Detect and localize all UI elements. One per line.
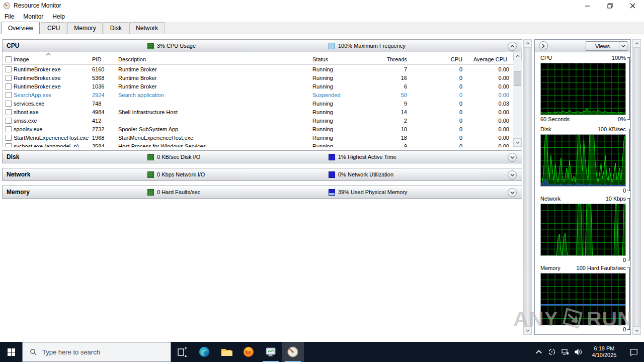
search-placeholder: Type here to search — [42, 348, 100, 356]
network-expand-button[interactable] — [508, 170, 517, 179]
table-row[interactable]: RuntimeBroker.exe 6160 Runtime Broker Ru… — [3, 65, 513, 73]
column-header-pid[interactable]: PID — [92, 56, 118, 64]
disk-section-title: Disk — [7, 153, 19, 160]
row-checkbox[interactable] — [6, 143, 12, 147]
cpu-section-header[interactable]: CPU 3% CPU Usage 100% Maximum Frequency — [2, 39, 522, 52]
table-row[interactable]: StartMenuExperienceHost.exe 1968 StartMe… — [3, 133, 513, 142]
row-pid: 748 — [92, 101, 118, 107]
row-image: svchost.exe (appmodel -p) — [14, 143, 92, 147]
tab-network[interactable]: Network — [129, 22, 165, 34]
taskbar-search-input[interactable]: Type here to search — [22, 342, 171, 362]
scroll-down-button[interactable] — [513, 138, 522, 147]
task-view-button[interactable] — [171, 342, 193, 362]
cpu-collapse-button[interactable] — [508, 42, 517, 51]
row-checkbox[interactable] — [6, 109, 12, 115]
sidebar-collapse-button[interactable] — [539, 41, 548, 50]
row-checkbox[interactable] — [6, 66, 12, 72]
views-button[interactable]: Views — [586, 41, 619, 51]
scrollbar-thumb[interactable] — [514, 71, 521, 86]
chevron-up-icon — [535, 348, 543, 356]
scroll-down-button[interactable] — [632, 326, 641, 335]
row-checkbox[interactable] — [6, 83, 12, 89]
disk-io-graph — [540, 134, 626, 187]
row-description: Runtime Broker — [118, 75, 312, 81]
taskbar-clock[interactable]: 6:19 PM 4/10/2025 — [588, 345, 621, 358]
task-view-icon — [176, 346, 188, 358]
tab-disk[interactable]: Disk — [104, 22, 128, 34]
close-button[interactable] — [621, 0, 644, 11]
disk-expand-button[interactable] — [508, 153, 517, 162]
tray-volume-icon[interactable] — [572, 348, 585, 356]
table-row[interactable]: svchost.exe (appmodel -p) 3584 Host Proc… — [3, 142, 513, 147]
cpu-section-title: CPU — [7, 42, 19, 49]
table-row[interactable]: spoolsv.exe 2732 Spooler SubSystem App R… — [3, 125, 513, 133]
network-section-header[interactable]: Network 0 Kbps Network I/O 0% Network Ut… — [2, 168, 522, 181]
scroll-down-button[interactable] — [523, 326, 532, 335]
tab-overview[interactable]: Overview — [2, 22, 40, 34]
disk-active-time-icon — [329, 154, 335, 160]
chevron-up-icon — [516, 55, 520, 57]
row-checkbox[interactable] — [6, 126, 12, 132]
process-table-scrollbar[interactable] — [513, 52, 522, 147]
minimize-button[interactable] — [576, 0, 599, 11]
performance-monitor-icon — [265, 346, 277, 358]
action-center-button[interactable] — [624, 347, 644, 356]
process-table-header[interactable]: Image PID Description Status Threads CPU… — [3, 52, 513, 65]
menu-monitor[interactable]: Monitor — [19, 12, 48, 21]
row-average-cpu: 0.03 — [469, 101, 513, 107]
column-header-cpu[interactable]: CPU — [414, 56, 469, 64]
table-row[interactable]: SearchApp.exe 2924 Search application Su… — [3, 90, 513, 99]
row-checkbox[interactable] — [6, 135, 12, 141]
table-row[interactable]: sihost.exe 4984 Shell Infrastructure Hos… — [3, 108, 513, 116]
tab-memory[interactable]: Memory — [67, 22, 102, 34]
row-pid: 1036 — [92, 83, 118, 89]
memory-section-header[interactable]: Memory 0 Hard Faults/sec 39% Used Physic… — [2, 186, 522, 199]
column-header-threads[interactable]: Threads — [363, 56, 414, 64]
tab-cpu[interactable]: CPU — [41, 22, 66, 34]
row-cpu: 0 — [414, 101, 469, 107]
main-pane-scrollbar[interactable] — [523, 39, 532, 335]
sidebar-scrollbar[interactable] — [632, 39, 641, 335]
performance-monitor-taskbar-button[interactable] — [260, 342, 282, 362]
scroll-up-button[interactable] — [513, 52, 522, 60]
tray-update-icon[interactable] — [545, 348, 558, 356]
firefox-taskbar-button[interactable] — [237, 342, 260, 362]
views-dropdown-arrow[interactable] — [619, 41, 627, 51]
graph-time-window: 60 Seconds — [540, 116, 570, 122]
title-bar[interactable]: Resource Monitor — [0, 0, 644, 11]
chevron-down-icon — [510, 191, 515, 194]
scroll-up-button[interactable] — [632, 39, 641, 48]
select-all-checkbox[interactable] — [6, 56, 12, 62]
memory-expand-button[interactable] — [508, 188, 517, 197]
column-header-status[interactable]: Status — [312, 56, 363, 64]
menu-file[interactable]: File — [0, 12, 19, 21]
tray-network-icon[interactable] — [558, 348, 572, 356]
column-header-description[interactable]: Description — [118, 56, 312, 64]
column-header-average-cpu[interactable]: Average CPU — [469, 56, 514, 64]
tray-overflow-button[interactable] — [532, 348, 545, 356]
chevron-down-icon — [621, 45, 625, 47]
row-description: Runtime Broker — [118, 66, 312, 72]
edge-taskbar-button[interactable] — [193, 342, 215, 362]
row-threads: 50 — [363, 92, 414, 98]
table-row[interactable]: smss.exe 412 Running 2 0 0.00 — [3, 116, 513, 125]
row-checkbox[interactable] — [6, 75, 12, 81]
row-checkbox[interactable] — [6, 101, 12, 107]
row-checkbox[interactable] — [6, 118, 12, 124]
file-explorer-taskbar-button[interactable] — [215, 342, 237, 362]
resource-monitor-taskbar-button[interactable] — [282, 342, 304, 362]
menu-help[interactable]: Help — [48, 12, 69, 21]
row-threads: 2 — [363, 118, 414, 124]
column-header-image[interactable]: Image — [14, 56, 92, 64]
table-row[interactable]: RuntimeBroker.exe 1036 Runtime Broker Ru… — [3, 82, 513, 90]
scroll-up-button[interactable] — [523, 39, 532, 48]
row-checkbox[interactable] — [6, 92, 12, 98]
memory-graph-title: Memory — [540, 265, 560, 271]
start-button[interactable] — [0, 342, 22, 362]
row-pid: 2924 — [92, 92, 118, 98]
table-row[interactable]: RuntimeBroker.exe 5368 Runtime Broker Ru… — [3, 73, 513, 82]
restore-button[interactable] — [599, 0, 621, 11]
disk-section-header[interactable]: Disk 0 KB/sec Disk I/O 1% Highest Active… — [2, 150, 522, 163]
table-row[interactable]: services.exe 748 Running 9 0 0.03 — [3, 99, 513, 108]
network-utilization-status: 0% Network Utilization — [338, 171, 393, 177]
